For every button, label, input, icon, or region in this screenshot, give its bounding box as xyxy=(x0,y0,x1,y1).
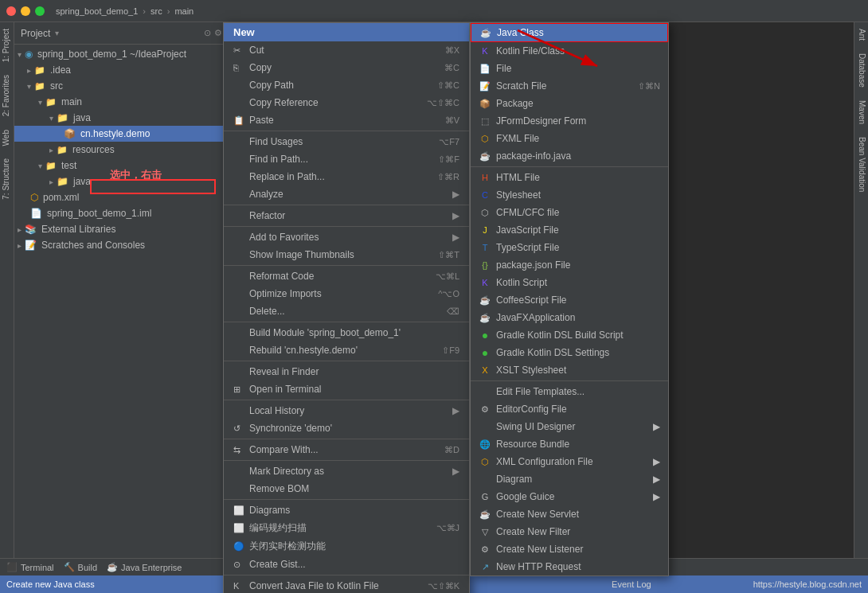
menu-item-create-gist[interactable]: ⊙ Create Gist... xyxy=(224,556,469,573)
close-button[interactable] xyxy=(6,6,16,16)
submenu-item-stylesheet[interactable]: C Stylesheet xyxy=(471,186,668,204)
bottom-tab-terminal[interactable]: ⬛ Terminal xyxy=(6,562,54,572)
menu-item-add-favorites[interactable]: Add to Favorites ▶ xyxy=(224,228,469,246)
menu-item-rebuild[interactable]: Rebuild 'cn.hestyle.demo' ⇧F9 xyxy=(224,341,469,359)
tree-item-test-java[interactable]: ▸ 📁 java xyxy=(14,174,237,189)
menu-item-compare-with[interactable]: ⇆ Compare With... ⌘D xyxy=(224,441,469,458)
panel-locate-icon[interactable]: ⊙ xyxy=(204,28,211,38)
maximize-button[interactable] xyxy=(35,6,45,16)
tree-item-main[interactable]: ▾ 📁 main xyxy=(14,94,237,110)
menu-item-copy[interactable]: ⎘ Copy ⌘C xyxy=(224,59,469,76)
tree-item-pom[interactable]: ⬡ pom.xml xyxy=(14,189,237,205)
menu-item-shortcut: ⌥⇧⌘C xyxy=(427,98,459,108)
menu-item-local-history[interactable]: Local History ▶ xyxy=(224,402,469,419)
tree-item-resources[interactable]: ▸ 📁 resources xyxy=(14,142,237,158)
menu-item-optimize[interactable]: Optimize Imports ^⌥O xyxy=(224,285,469,302)
menu-item-open-terminal[interactable]: ⊞ Open in Terminal xyxy=(224,380,469,398)
submenu-arrow: ▶ xyxy=(452,466,459,477)
tree-item-iml[interactable]: 📄 spring_boot_demo_1.iml xyxy=(14,205,237,221)
sidebar-tab-bean-validation[interactable]: Bean Validation xyxy=(854,131,868,198)
menu-item-convert-kotlin[interactable]: K Convert Java File to Kotlin File ⌥⇧⌘K xyxy=(224,577,469,593)
submenu-item-javafx[interactable]: ☕ JavaFXApplication xyxy=(471,309,668,326)
submenu-item-java-class[interactable]: ☕ Java Class xyxy=(471,23,668,42)
submenu-item-coffeescript[interactable]: ☕ CoffeeScript File xyxy=(471,291,668,309)
submenu-item-file[interactable]: 📄 File xyxy=(471,60,668,77)
menu-item-delete[interactable]: Delete... ⌫ xyxy=(224,302,469,320)
menu-item-show-thumbnails[interactable]: Show Image Thumbnails ⇧⌘T xyxy=(224,246,469,263)
menu-separator xyxy=(224,226,469,227)
panel-title: Project xyxy=(21,28,50,39)
submenu-item-package-json[interactable]: {} package.json File xyxy=(471,256,668,274)
menu-item-build-module[interactable]: Build Module 'spring_boot_demo_1' xyxy=(224,324,469,341)
submenu-item-typescript[interactable]: T TypeScript File xyxy=(471,239,668,256)
submenu-item-diagram[interactable]: Diagram ▶ xyxy=(471,470,668,488)
sidebar-tab-favorites[interactable]: 2: Favorites xyxy=(0,68,14,123)
bottom-tab-java-enterprise[interactable]: ☕ Java Enterprise xyxy=(107,562,182,572)
menu-item-reformat[interactable]: Reformat Code ⌥⌘L xyxy=(224,267,469,285)
submenu-item-gradle-kotlin-settings[interactable]: ● Gradle Kotlin DSL Settings xyxy=(471,344,668,361)
status-url: https://hestyle.blog.csdn.net xyxy=(753,579,862,589)
submenu-item-editorconfig[interactable]: ⚙ EditorConfig File xyxy=(471,400,668,418)
panel-dropdown-icon[interactable]: ▾ xyxy=(55,29,59,37)
submenu-item-fxml[interactable]: ⬡ FXML File xyxy=(471,130,668,147)
sidebar-tab-web[interactable]: Web xyxy=(0,123,14,152)
submenu-item-package[interactable]: 📦 Package xyxy=(471,95,668,112)
tree-item-label: java xyxy=(73,112,91,123)
menu-item-copy-path[interactable]: Copy Path ⇧⌘C xyxy=(224,76,469,94)
tree-item-test[interactable]: ▾ 📁 test xyxy=(14,158,237,174)
tree-item-scratches[interactable]: ▸ 📝 Scratches and Consoles xyxy=(14,237,237,253)
bottom-tab-build[interactable]: 🔨 Build xyxy=(64,562,97,572)
submenu-item-html[interactable]: H HTML File xyxy=(471,169,668,186)
submenu-item-new-filter[interactable]: ▽ Create New Filter xyxy=(471,523,668,540)
submenu-item-gradle-kotlin-dsl[interactable]: ● Gradle Kotlin DSL Build Script xyxy=(471,326,668,344)
menu-item-mark-directory[interactable]: Mark Directory as ▶ xyxy=(224,462,469,480)
submenu-item-http-request[interactable]: ↗ New HTTP Request xyxy=(471,558,668,575)
menu-item-cut[interactable]: ✂ Cut ⌘X xyxy=(224,41,469,59)
submenu-item-xml-config[interactable]: ⬡ XML Configuration File ▶ xyxy=(471,453,668,470)
submenu-item-google-guice[interactable]: G Google Guice ▶ xyxy=(471,488,668,505)
tree-item-src[interactable]: ▾ 📁 src xyxy=(14,78,237,94)
minimize-button[interactable] xyxy=(21,6,30,16)
submenu-item-cfml[interactable]: ⬡ CFML/CFC file xyxy=(471,204,668,221)
event-log-text: Event Log xyxy=(612,579,651,589)
menu-item-replace-path[interactable]: Replace in Path... ⇧⌘R xyxy=(224,168,469,185)
submenu-item-new-servlet[interactable]: ☕ Create New Servlet xyxy=(471,505,668,523)
menu-item-analyze[interactable]: Analyze ▶ xyxy=(224,185,469,203)
menu-item-realtime[interactable]: 🔵 关闭实时检测功能 xyxy=(224,537,469,556)
tree-item-cn-hestyle[interactable]: 📦 cn.hestyle.demo xyxy=(14,126,237,142)
menu-item-copy-ref[interactable]: Copy Reference ⌥⇧⌘C xyxy=(224,94,469,111)
sidebar-tab-ant[interactable]: Ant xyxy=(854,22,868,47)
tree-item-idea[interactable]: ▸ 📁 .idea xyxy=(14,62,237,78)
sidebar-tab-maven[interactable]: Maven xyxy=(854,94,868,131)
submenu-item-package-info[interactable]: ☕ package-info.java xyxy=(471,147,668,165)
submenu-item-resource-bundle[interactable]: 🌐 Resource Bundle xyxy=(471,435,668,453)
submenu-item-swing-ui[interactable]: Swing UI Designer ▶ xyxy=(471,418,668,435)
event-log-label[interactable]: Event Log xyxy=(612,579,651,589)
tree-item-java[interactable]: ▾ 📁 java xyxy=(14,110,237,126)
submenu-item-new-listener[interactable]: ⚙ Create New Listener xyxy=(471,540,668,558)
submenu-item-javascript[interactable]: J JavaScript File xyxy=(471,221,668,239)
sidebar-tab-project[interactable]: 1: Project xyxy=(0,22,14,68)
menu-item-find-usages[interactable]: Find Usages ⌥F7 xyxy=(224,133,469,150)
sidebar-tab-structure[interactable]: 7: Structure xyxy=(0,152,14,206)
submenu-arrow: ▶ xyxy=(653,474,660,485)
submenu-item-scratch[interactable]: 📝 Scratch File ⇧⌘N xyxy=(471,77,668,95)
menu-item-reveal-finder[interactable]: Reveal in Finder xyxy=(224,363,469,380)
submenu-item-xslt[interactable]: X XSLT Stylesheet xyxy=(471,361,668,379)
tree-item-ext-libs[interactable]: ▸ 📚 External Libraries xyxy=(14,221,237,237)
menu-item-find-path[interactable]: Find in Path... ⇧⌘F xyxy=(224,150,469,168)
menu-item-diagrams[interactable]: ⬜ Diagrams xyxy=(224,501,469,519)
menu-item-synchronize[interactable]: ↺ Synchronize 'demo' xyxy=(224,419,469,437)
sidebar-tab-database[interactable]: Database xyxy=(854,47,868,94)
submenu-item-kotlin-file[interactable]: K Kotlin File/Class xyxy=(471,42,668,60)
menu-item-refactor[interactable]: Refactor ▶ xyxy=(224,207,469,224)
menu-item-code-inspection[interactable]: ⬜ 编码规约扫描 ⌥⌘J xyxy=(224,519,469,537)
menu-item-remove-bom[interactable]: Remove BOM xyxy=(224,480,469,497)
submenu-item-jform-designer[interactable]: ⬚ JFormDesigner Form xyxy=(471,112,668,130)
tree-item-root[interactable]: ▾ ◉ spring_boot_demo_1 ~/IdeaProject xyxy=(14,46,237,62)
submenu-item-edit-templates[interactable]: Edit File Templates... xyxy=(471,383,668,400)
kts-icon: K xyxy=(479,276,491,289)
submenu-item-kotlin-script[interactable]: K Kotlin Script xyxy=(471,274,668,291)
menu-item-paste[interactable]: 📋 Paste ⌘V xyxy=(224,111,469,129)
panel-settings-icon[interactable]: ⚙ xyxy=(214,28,222,38)
